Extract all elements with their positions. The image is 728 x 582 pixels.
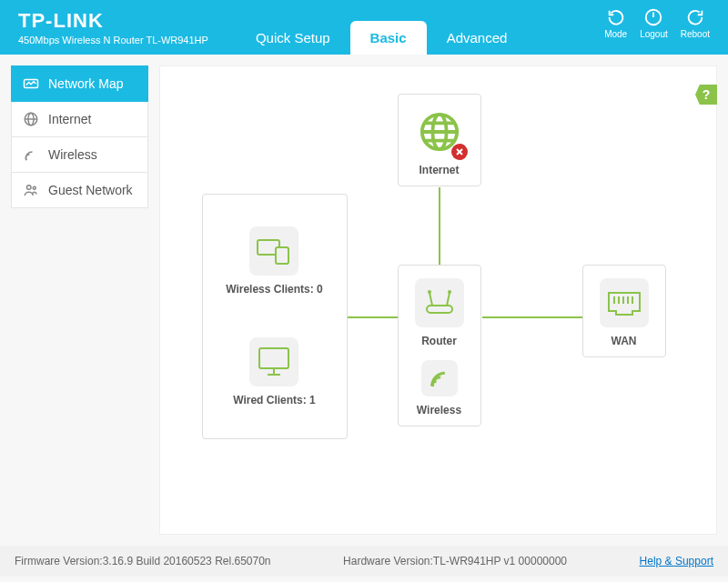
logout-icon — [643, 7, 663, 27]
reboot-icon — [685, 7, 705, 27]
content-panel: ? — [159, 65, 717, 535]
svg-point-20 — [448, 290, 451, 294]
hardware-version: Hardware Version:TL-WR941HP v1 00000000 — [343, 555, 567, 567]
sidebar-item-label: Guest Network — [48, 183, 133, 197]
error-icon — [451, 144, 468, 160]
svg-rect-16 — [427, 306, 452, 313]
app-header: TP-LINK 450Mbps Wireless N Router TL-WR9… — [0, 0, 728, 55]
brand-block: TP-LINK 450Mbps Wireless N Router TL-WR9… — [18, 0, 208, 55]
wireless-clients[interactable]: Wireless Clients: 0 — [226, 226, 323, 296]
logout-button[interactable]: Logout — [640, 7, 668, 39]
svg-point-21 — [430, 384, 434, 387]
wired-clients[interactable]: Wired Clients: 1 — [233, 337, 316, 406]
node-router-group: Router Wireless — [398, 265, 481, 426]
footer: Firmware Version:3.16.9 Build 20160523 R… — [0, 546, 728, 577]
router-icon — [421, 287, 458, 318]
svg-point-19 — [428, 290, 431, 294]
page-body: Network Map Internet Wireless Guest Netw… — [0, 55, 728, 546]
node-router[interactable]: Router — [399, 266, 480, 356]
connector-line — [482, 316, 582, 318]
connector-line — [439, 187, 440, 265]
devices-icon — [255, 236, 293, 266]
reboot-button[interactable]: Reboot — [681, 7, 710, 39]
network-map: Internet Router — [184, 85, 693, 476]
sidebar-item-label: Internet — [48, 112, 91, 126]
node-label: WAN — [600, 335, 649, 347]
node-wan[interactable]: WAN — [582, 265, 666, 357]
sidebar-item-wireless[interactable]: Wireless — [11, 137, 148, 173]
network-map-icon — [23, 75, 39, 92]
node-label: Wireless — [415, 404, 464, 416]
product-subtitle: 450Mbps Wireless N Router TL-WR941HP — [18, 35, 208, 45]
svg-line-18 — [447, 293, 450, 306]
clients-label: Wired Clients: 1 — [233, 394, 316, 406]
sidebar-item-internet[interactable]: Internet — [11, 102, 148, 137]
header-actions: Mode Logout Reboot — [604, 7, 710, 39]
svg-point-8 — [33, 186, 35, 189]
svg-point-7 — [27, 186, 32, 190]
brand-logo: TP-LINK — [18, 9, 208, 33]
tab-quick-setup[interactable]: Quick Setup — [236, 21, 350, 55]
main-tabs: Quick Setup Basic Advanced — [236, 0, 527, 55]
help-support-link[interactable]: Help & Support — [640, 555, 713, 567]
node-wireless[interactable]: Wireless — [399, 356, 480, 426]
clients-box: Wireless Clients: 0 Wired Clients: 1 — [202, 194, 348, 439]
connector-line — [348, 316, 398, 318]
mode-button[interactable]: Mode — [604, 7, 627, 39]
tab-advanced[interactable]: Advanced — [427, 21, 528, 55]
guest-icon — [23, 182, 39, 198]
globe-icon — [23, 111, 39, 127]
node-label: Internet — [415, 164, 464, 176]
svg-point-6 — [25, 158, 27, 160]
node-label: Router — [415, 335, 464, 347]
clients-label: Wireless Clients: 0 — [226, 283, 323, 296]
svg-line-17 — [430, 293, 432, 306]
help-badge[interactable]: ? — [695, 85, 717, 105]
firmware-version: Firmware Version:3.16.9 Build 20160523 R… — [15, 555, 271, 567]
sidebar-item-label: Network Map — [48, 76, 123, 91]
mode-icon — [606, 7, 626, 27]
sidebar-item-network-map[interactable]: Network Map — [11, 65, 148, 102]
ethernet-port-icon — [605, 287, 643, 318]
svg-rect-29 — [259, 348, 288, 368]
wifi-icon — [427, 366, 452, 391]
monitor-icon — [255, 345, 293, 379]
wifi-icon — [23, 146, 39, 163]
tab-basic[interactable]: Basic — [350, 21, 427, 55]
sidebar: Network Map Internet Wireless Guest Netw… — [0, 55, 159, 546]
sidebar-item-guest-network[interactable]: Guest Network — [11, 173, 148, 208]
svg-rect-28 — [276, 247, 288, 264]
node-internet[interactable]: Internet — [398, 94, 481, 186]
sidebar-item-label: Wireless — [48, 147, 97, 162]
